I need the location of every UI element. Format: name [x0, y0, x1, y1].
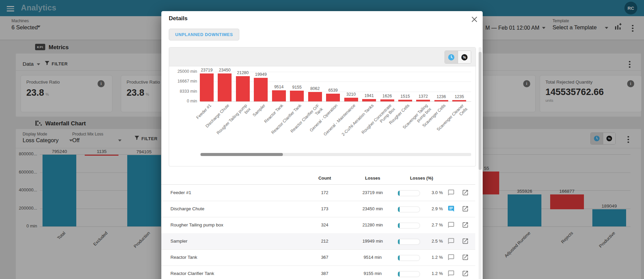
downtime-bar[interactable]	[416, 100, 430, 101]
row-losses: 23719 min	[352, 190, 393, 195]
row-losses: 23450 min	[352, 206, 393, 211]
row-losses-pct: 2.9 %	[423, 206, 443, 211]
row-count: 367	[311, 255, 338, 260]
gridline	[200, 101, 471, 102]
downtime-bar[interactable]	[380, 99, 394, 101]
downtime-bar[interactable]	[236, 76, 250, 101]
open-in-new-button[interactable]	[462, 221, 469, 229]
comment-icon	[448, 254, 455, 261]
comment-button[interactable]	[448, 205, 455, 213]
downtime-bar[interactable]	[218, 73, 232, 101]
downtime-bar[interactable]	[200, 73, 214, 101]
loss-progress-fill	[398, 223, 400, 228]
open-in-new-button[interactable]	[462, 238, 469, 245]
downtime-bar[interactable]	[290, 91, 304, 101]
y-axis-tick: 25000 min	[169, 69, 197, 74]
row-losses-pct: 1.2 %	[423, 255, 443, 260]
open-in-new-button[interactable]	[462, 205, 469, 213]
row-losses-pct: 2.5 %	[423, 239, 443, 244]
y-axis-tick: 8333 min	[169, 89, 197, 94]
downtime-bar[interactable]	[272, 90, 286, 101]
downtime-bar[interactable]	[254, 78, 268, 101]
table-row: Sampler21219949 min2.5 %	[161, 233, 475, 250]
row-machine-name: Feeder #1	[170, 190, 191, 195]
open-in-new-button[interactable]	[462, 254, 469, 261]
comment-icon	[448, 270, 455, 277]
comment-button[interactable]	[448, 254, 455, 261]
loss-progress-bar	[398, 190, 420, 196]
row-count: 324	[311, 222, 338, 227]
col-header-losses-pct: Losses (%)	[401, 176, 442, 181]
downtime-bar[interactable]	[362, 99, 376, 101]
comment-icon	[448, 238, 455, 245]
open-in-new-button[interactable]	[462, 189, 469, 196]
col-header-losses: Losses	[352, 176, 393, 181]
open-in-new-icon	[462, 221, 469, 228]
loss-progress-bar	[398, 271, 420, 277]
downtime-bar[interactable]	[434, 100, 448, 101]
analytics-dashboard: Analytics RC Machines 6 Selected M — Feb…	[0, 0, 644, 279]
modal-vscrollbar[interactable]	[479, 47, 482, 279]
chart-hscrollbar[interactable]	[200, 153, 471, 156]
open-in-new-icon	[462, 270, 469, 277]
col-header-count: Count	[308, 176, 342, 181]
y-axis-tick: 16667 min	[169, 79, 197, 84]
open-in-new-icon	[462, 205, 469, 212]
loss-progress-bar	[398, 223, 420, 228]
row-machine-name: Rougher Tailing pump box	[170, 222, 223, 227]
row-losses-pct: 3.0 %	[423, 190, 443, 195]
row-machine-name: Discharge Chute	[170, 206, 205, 211]
comment-button[interactable]	[448, 238, 455, 245]
table-row: Reactor Clarifier Tank3879155 min1.2 %	[161, 266, 475, 279]
downtime-bar[interactable]	[326, 94, 340, 101]
details-modal: Details UNPLANNED DOWNTIMES % 25000 min1…	[161, 11, 483, 279]
row-machine-name: Sampler	[170, 239, 187, 244]
downtime-bar[interactable]	[344, 98, 358, 101]
vscrollbar-thumb[interactable]	[479, 52, 482, 170]
row-losses: 19949 min	[352, 239, 393, 244]
comment-button[interactable]	[448, 221, 455, 229]
loss-progress-bar	[398, 239, 420, 245]
row-losses: 9155 min	[352, 271, 393, 276]
table-row: Reactor Tank3679514 min1.2 %	[161, 249, 475, 266]
loss-progress-fill	[398, 272, 400, 277]
hscrollbar-thumb[interactable]	[200, 153, 283, 156]
loss-progress-bar	[398, 255, 420, 261]
loss-progress-fill	[398, 239, 400, 244]
y-axis-tick: 0 min	[169, 99, 197, 103]
table-row: Rougher Tailing pump box32421280 min2.7 …	[161, 217, 475, 234]
comment-button[interactable]	[448, 270, 455, 277]
row-machine-name: Reactor Tank	[170, 255, 197, 260]
row-count: 172	[311, 190, 338, 195]
downtime-bar[interactable]	[308, 92, 322, 101]
downtime-table: Feeder #117223719 min3.0 %Discharge Chut…	[161, 185, 483, 279]
row-losses: 9514 min	[352, 255, 393, 260]
loss-progress-fill	[398, 191, 400, 196]
downtime-bar[interactable]	[398, 100, 412, 101]
comment-icon	[448, 221, 455, 228]
open-in-new-icon	[462, 254, 469, 261]
row-losses-pct: 1.2 %	[423, 271, 443, 276]
bar-value-label: 1235	[448, 94, 471, 99]
table-row: Discharge Chute17323450 min2.9 %	[161, 201, 475, 217]
row-count: 173	[311, 206, 338, 211]
downtime-bar-chart: 25000 min16667 min8333 min0 min23719Feed…	[161, 11, 483, 169]
row-machine-name: Reactor Clarifier Tank	[170, 271, 214, 276]
comment-button[interactable]	[448, 189, 455, 196]
row-losses: 21280 min	[352, 222, 393, 227]
row-count: 387	[311, 271, 338, 276]
open-in-new-button[interactable]	[462, 270, 469, 277]
row-losses-pct: 2.7 %	[423, 222, 443, 227]
loss-progress-fill	[398, 255, 400, 260]
loss-progress-fill	[398, 207, 400, 212]
downtime-bar[interactable]	[452, 100, 466, 101]
open-in-new-icon	[462, 189, 469, 196]
row-count: 212	[311, 239, 338, 244]
comment-icon	[448, 205, 455, 212]
bar-value-label: 19949	[249, 72, 273, 77]
comment-icon	[448, 189, 455, 196]
open-in-new-icon	[462, 238, 469, 245]
table-row: Feeder #117223719 min3.0 %	[161, 185, 475, 201]
loss-progress-bar	[398, 207, 420, 212]
